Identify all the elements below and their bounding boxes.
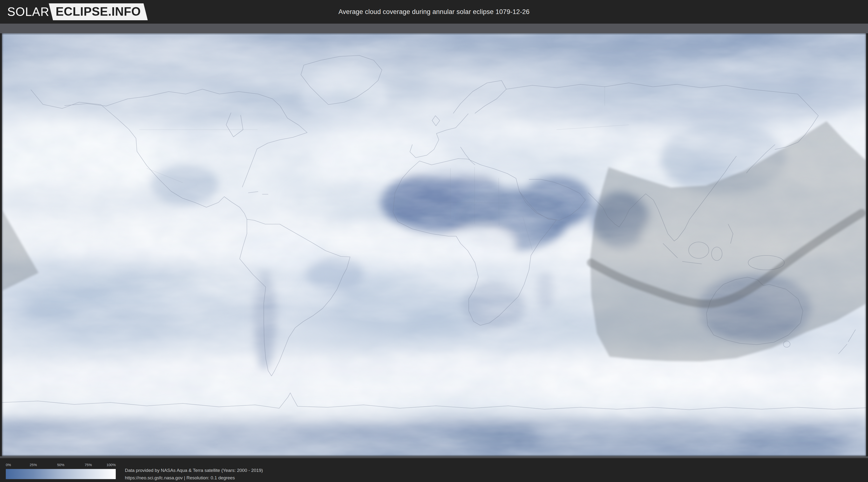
logo-text-solar: SOLAR [7,0,50,24]
logo-box: ECLIPSE.INFO [49,3,148,20]
cloud-coverage-legend-gradient [6,469,116,479]
data-credit: Data provided by NASAs Aqua & Terra sate… [125,467,263,482]
legend-tick: 75% [85,463,92,467]
page: SOLAR ECLIPSE.INFO Average cloud coverag… [0,0,868,482]
data-credit-line1: Data provided by NASAs Aqua & Terra sate… [125,467,263,474]
legend-tick-labels: 0% 25% 50% 75% 100% [6,463,116,468]
header-divider [0,24,868,33]
world-cloud-map-svg [2,33,866,456]
site-logo[interactable]: SOLAR ECLIPSE.INFO [7,0,146,24]
map-bottom-divider [0,456,868,458]
page-title: Average cloud coverage during annular so… [339,0,530,24]
legend-tick: 25% [30,463,37,467]
legend-tick: 50% [57,463,64,467]
legend-tick: 0% [6,463,11,467]
header-bar: SOLAR ECLIPSE.INFO Average cloud coverag… [0,0,868,24]
cloud-coverage-map [2,33,866,456]
logo-text-eclipse-info: ECLIPSE.INFO [56,5,141,19]
legend-tick: 100% [106,463,116,467]
data-credit-line2: https://neo.sci.gsfc.nasa.gov | Resoluti… [125,474,263,482]
